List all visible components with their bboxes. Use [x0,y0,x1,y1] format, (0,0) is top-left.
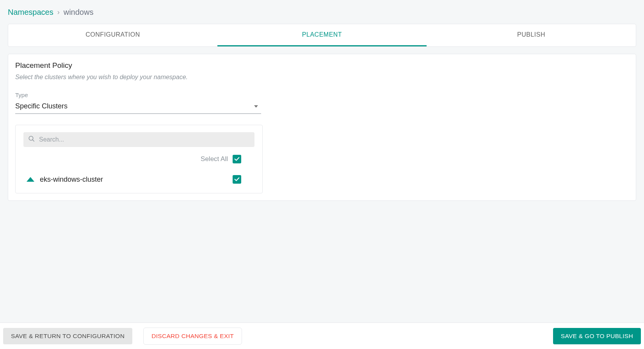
svg-line-1 [32,140,34,142]
tab-configuration[interactable]: CONFIGURATION [8,24,217,46]
breadcrumb-leaf: windows [64,8,94,17]
select-all-row: Select All [23,155,254,163]
expand-icon [27,177,34,182]
svg-point-0 [29,136,33,140]
tabs: CONFIGURATION PLACEMENT PUBLISH [8,24,636,47]
select-all-label: Select All [201,155,228,163]
type-field-label: Type [15,92,629,98]
footer-bar: SAVE & RETURN TO CONFIGURATION DISCARD C… [0,322,644,349]
cluster-row[interactable]: eks-windows-cluster [23,175,254,184]
breadcrumb: Namespaces › windows [8,8,636,17]
type-select[interactable]: Specific Clusters [15,100,261,114]
panel-title: Placement Policy [15,61,629,70]
tab-placement[interactable]: PLACEMENT [217,24,427,46]
cluster-name: eks-windows-cluster [40,175,233,184]
chevron-down-icon [254,105,258,108]
panel-description: Select the clusters where you wish to de… [15,74,629,81]
breadcrumb-root-link[interactable]: Namespaces [8,8,53,17]
placement-panel: Placement Policy Select the clusters whe… [8,54,636,201]
discard-button[interactable]: DISCARD CHANGES & EXIT [143,328,242,345]
search-input[interactable] [39,136,250,143]
tab-publish[interactable]: PUBLISH [427,24,636,46]
search-icon [28,135,35,144]
cluster-checkbox[interactable] [233,175,241,184]
type-select-value: Specific Clusters [15,102,68,110]
save-return-button[interactable]: SAVE & RETURN TO CONFIGURATION [3,328,132,344]
breadcrumb-separator: › [57,8,60,16]
save-publish-button[interactable]: SAVE & GO TO PUBLISH [553,328,641,344]
search-wrap [23,132,254,147]
cluster-picker: Select All eks-windows-cluster [15,125,263,193]
select-all-checkbox[interactable] [233,155,241,163]
